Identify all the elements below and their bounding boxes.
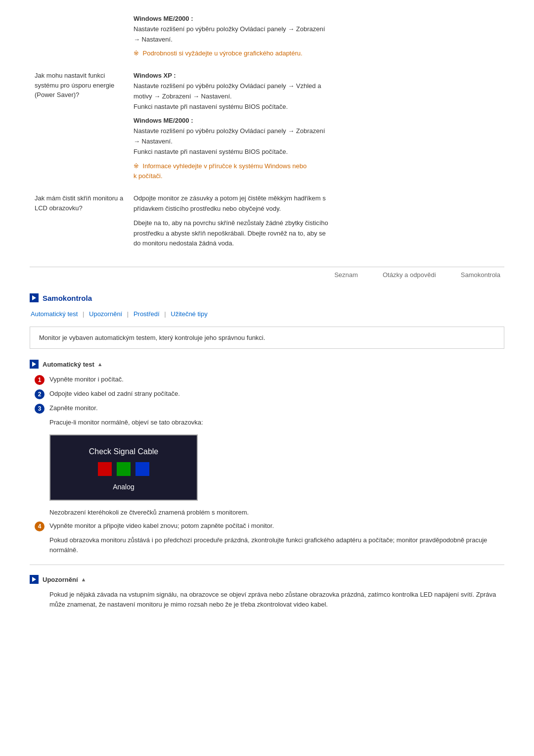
nav-separator: | (164, 310, 166, 318)
os-label: Windows ME/2000 : (134, 15, 193, 22)
section-header: Samokontrola (30, 293, 504, 302)
nav-separator: | (127, 310, 129, 318)
no-squares-text: Nezobrazení kteréhokoli ze čtverečků zna… (30, 508, 504, 518)
subnav-upozorneni[interactable]: Upozornění (89, 310, 122, 318)
step-number-3: 3 (35, 404, 44, 414)
subnav-prostredi[interactable]: Prostředí (134, 310, 160, 318)
step-number-2: 2 (35, 389, 44, 399)
monitor-analog-label: Analog (113, 483, 134, 491)
info-box-text: Monitor je vybaven automatickým testem, … (39, 334, 265, 341)
faq-question: Jak mohu nastavit funkcisystému pro úspo… (30, 67, 129, 189)
step-1-text: Vypněte monitor i počítač. (49, 375, 124, 384)
faq-answer: Odpojte monitor ze zásuvky a potom jej č… (129, 189, 504, 257)
table-row: Jak mám čistit skříň monitoru aLCD obraz… (30, 189, 504, 257)
note-text: ※ Informace vyhledejte v příručce k syst… (134, 161, 499, 182)
subnav-uzitecne-tipy[interactable]: Užitečné tipy (171, 310, 207, 318)
square-red (98, 462, 112, 476)
monitor-check-signal-text: Check Signal Cable (89, 447, 159, 456)
upozorneni-header: Upozornění ▲ (30, 575, 504, 584)
arrow-icon (32, 577, 36, 582)
square-blue (135, 462, 149, 476)
samokontrola-section: Samokontrola Automatický test | Upozorně… (30, 293, 504, 609)
os-label: Windows XP : (134, 72, 176, 79)
faq-answer: Windows ME/2000 : Nastavte rozlišení po … (129, 10, 504, 67)
step-1: 1 Vypněte monitor i počítač. (30, 375, 504, 385)
faq-table: Windows ME/2000 : Nastavte rozlišení po … (30, 10, 504, 257)
arrow-icon (32, 362, 36, 367)
step-3-indent: Pracuje-li monitor normálně, objeví se t… (30, 418, 504, 427)
faq-question (30, 10, 129, 67)
nav-item-samokontrola[interactable]: Samokontrola (461, 271, 500, 279)
subsec-icon (30, 360, 39, 369)
nav-item-seznam[interactable]: Seznam (334, 271, 358, 279)
answer-text: Windows ME/2000 : Nastavte rozlišení po … (134, 14, 499, 45)
step-4: 4 Vypněte monitor a připojte video kabel… (30, 521, 504, 531)
section-divider (30, 565, 504, 565)
answer-text: Windows XP : Nastavte rozlišení po výběr… (134, 71, 499, 112)
step-2-text: Odpojte video kabel od zadní strany počí… (49, 389, 180, 399)
expand-icon[interactable]: ▲ (97, 361, 103, 367)
nav-breadcrumb: Seznam Otázky a odpovědi Samokontrola (30, 267, 504, 279)
step-4-indent: Pokud obrazovka monitoru zůstává i po př… (30, 535, 504, 555)
nav-item-otazky[interactable]: Otázky a odpovědi (383, 271, 436, 279)
sub-navigation: Automatický test | Upozornění | Prostřed… (30, 310, 504, 318)
subsec-icon (30, 575, 39, 584)
note-text: ※ Podrobnosti si vyžádejte u výrobce gra… (134, 48, 499, 59)
section-icon (30, 293, 39, 302)
faq-answer: Windows XP : Nastavte rozlišení po výběr… (129, 67, 504, 189)
step-number-1: 1 (35, 375, 44, 385)
section-title: Samokontrola (43, 294, 92, 302)
square-green (117, 462, 131, 476)
upozorneni-title: Upozornění (43, 576, 78, 583)
os-label: Windows ME/2000 : (134, 117, 193, 124)
table-row: Windows ME/2000 : Nastavte rozlišení po … (30, 10, 504, 67)
upozorneni-text: Pokud je nějaká závada na vstupním signá… (30, 590, 504, 609)
auto-test-title: Automatický test (43, 361, 94, 368)
step-4-text: Vypněte monitor a připojte video kabel z… (49, 521, 274, 531)
nav-sep (445, 271, 451, 279)
answer-text: Windows ME/2000 : Nastavte rozlišení po … (134, 116, 499, 157)
note-icon: ※ (134, 49, 139, 57)
step-number-4: 4 (35, 521, 44, 531)
nav-separator: | (83, 310, 84, 318)
auto-test-header: Automatický test ▲ (30, 360, 504, 369)
subnav-auto-test[interactable]: Automatický test (31, 310, 78, 318)
table-row: Jak mohu nastavit funkcisystému pro úspo… (30, 67, 504, 189)
answer-text: Odpojte monitor ze zásuvky a potom jej č… (134, 193, 499, 214)
note-icon: ※ (134, 162, 139, 170)
expand-icon[interactable]: ▲ (81, 576, 87, 582)
arrow-right-icon (32, 295, 36, 300)
nav-sep (368, 271, 373, 279)
faq-question: Jak mám čistit skříň monitoru aLCD obraz… (30, 189, 129, 257)
step-3: 3 Zapněte monitor. (30, 403, 504, 414)
monitor-mockup: Check Signal Cable Analog (49, 434, 198, 501)
answer-text: Dbejte na to, aby na povrchu skříně nezů… (134, 218, 499, 249)
info-box: Monitor je vybaven automatickým testem, … (30, 327, 504, 349)
monitor-color-squares (98, 462, 149, 476)
step-3-text: Zapněte monitor. (49, 403, 98, 413)
step-2: 2 Odpojte video kabel od zadní strany po… (30, 389, 504, 399)
